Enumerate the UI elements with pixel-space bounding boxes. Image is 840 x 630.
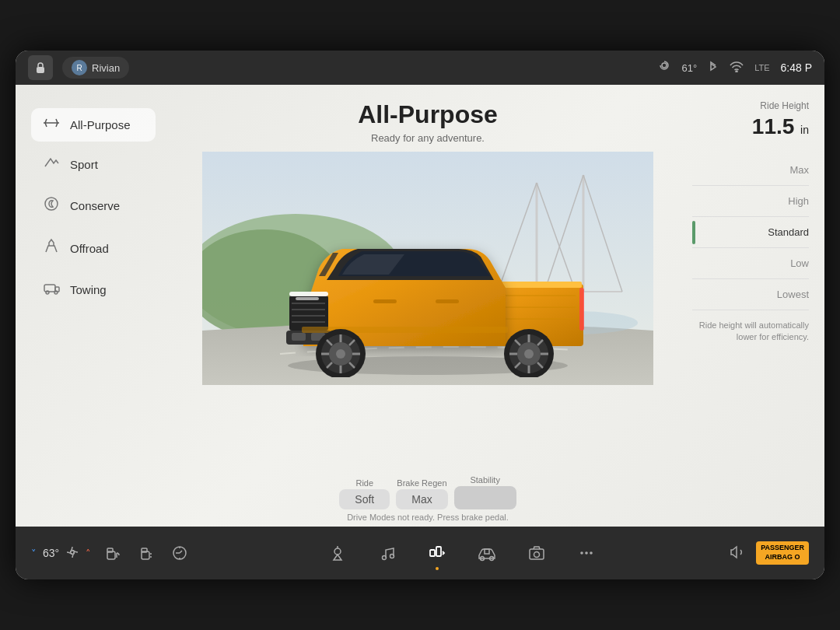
- stability-label: Stability: [470, 475, 500, 485]
- ride-height-note: Ride height will automatically lower for…: [692, 320, 809, 344]
- temp-up-icon[interactable]: ˄: [86, 548, 91, 559]
- nav-music[interactable]: [373, 539, 401, 567]
- svg-point-2: [736, 71, 737, 72]
- mode-title: All-Purpose: [358, 100, 498, 129]
- height-level-high[interactable]: High: [692, 186, 809, 217]
- temp-down-icon[interactable]: ˅: [31, 548, 37, 559]
- nav-right: PASSENGERAIRBAG O: [730, 541, 809, 564]
- sidebar-label-offroad: Offroad: [70, 242, 109, 255]
- svg-point-7: [46, 291, 49, 294]
- profile-name: Rivian: [92, 62, 120, 74]
- brake-regen-setting: Brake Regen Max: [396, 478, 447, 509]
- car-container: [202, 152, 653, 401]
- main-nav-icons: [194, 539, 730, 567]
- bluetooth-icon: [708, 61, 719, 75]
- ride-height-value: 11.5 in: [692, 114, 809, 139]
- mode-subtitle: Ready for any adventure.: [371, 132, 485, 144]
- car-scene: [202, 152, 653, 401]
- svg-point-81: [534, 552, 539, 558]
- svg-rect-37: [436, 299, 459, 303]
- svg-rect-76: [436, 547, 441, 556]
- svg-point-54: [524, 349, 534, 359]
- sidebar-item-all-purpose[interactable]: All-Purpose: [31, 108, 156, 142]
- sidebar-item-conserve[interactable]: Conserve: [31, 187, 156, 224]
- passenger-airbag-badge: PASSENGERAIRBAG O: [756, 541, 809, 564]
- nav-camera[interactable]: [523, 539, 551, 567]
- svg-point-74: [390, 555, 394, 558]
- avatar: R: [72, 60, 87, 75]
- nav-vehicle[interactable]: [473, 539, 501, 567]
- sidebar-label-towing: Towing: [70, 283, 107, 296]
- location-icon: [658, 61, 670, 75]
- volume-icon[interactable]: [730, 544, 745, 562]
- profile-button[interactable]: R Rivian: [62, 57, 129, 79]
- height-level-lowest[interactable]: Lowest: [692, 279, 809, 310]
- svg-rect-0: [37, 67, 44, 73]
- stability-setting: Stability: [454, 475, 516, 509]
- height-scale: Max High Standard Low Lowest: [692, 155, 809, 310]
- svg-rect-36: [373, 299, 397, 303]
- nav-more[interactable]: [572, 539, 600, 567]
- conserve-icon: [42, 195, 61, 216]
- seat-cool-icon[interactable]: [133, 539, 161, 567]
- sidebar-label-conserve: Conserve: [70, 199, 120, 212]
- fan-icon: [65, 545, 79, 562]
- sidebar: All-Purpose Sport Conse: [16, 85, 171, 527]
- ride-height-label: Ride Height: [692, 100, 809, 111]
- drive-settings: Ride Soft Brake Regen Max Stability: [339, 475, 516, 513]
- height-level-max[interactable]: Max: [692, 155, 809, 186]
- height-scale-indicator: [692, 221, 695, 244]
- svg-rect-26: [289, 296, 328, 331]
- svg-rect-38: [579, 288, 584, 331]
- svg-rect-31: [289, 292, 328, 296]
- sidebar-label-all-purpose: All-Purpose: [70, 118, 131, 131]
- stability-value[interactable]: [454, 486, 516, 509]
- status-bar-right: 61° LTE 6:48 P: [658, 61, 812, 75]
- svg-rect-68: [142, 548, 147, 552]
- all-purpose-icon: [42, 116, 61, 134]
- time-display: 6:48 P: [781, 61, 812, 74]
- svg-point-8: [54, 291, 58, 294]
- brake-regen-value[interactable]: Max: [396, 489, 447, 509]
- main-content: All-Purpose Sport Conse: [16, 85, 824, 527]
- truck-svg: [249, 206, 607, 377]
- status-bar-left: R Rivian: [28, 55, 129, 80]
- sidebar-item-offroad[interactable]: Offroad: [31, 230, 156, 267]
- ride-label: Ride: [355, 478, 373, 488]
- climate-controls-left: ˅ 63° ˄: [31, 545, 91, 562]
- svg-point-82: [580, 551, 583, 555]
- svg-rect-5: [44, 285, 55, 292]
- seat-heat-icon[interactable]: [99, 539, 127, 567]
- height-level-standard[interactable]: Standard: [692, 217, 809, 248]
- svg-rect-79: [485, 549, 489, 554]
- drive-mode-notice: Drive Modes not ready. Press brake pedal…: [347, 513, 509, 527]
- sport-icon: [42, 156, 61, 173]
- svg-point-1: [662, 63, 667, 68]
- bottom-nav: ˅ 63° ˄: [16, 527, 824, 579]
- sidebar-item-sport[interactable]: Sport: [31, 148, 156, 181]
- nav-drive-modes[interactable]: [423, 539, 451, 567]
- lte-label: LTE: [754, 63, 769, 72]
- sidebar-item-towing[interactable]: Towing: [31, 273, 156, 306]
- steering-heat-icon[interactable]: [166, 539, 194, 567]
- right-panel: Ride Height 11.5 in Max High Standard Lo…: [684, 85, 824, 527]
- lock-icon[interactable]: [28, 55, 53, 80]
- svg-point-83: [585, 551, 588, 555]
- ride-value[interactable]: Soft: [339, 489, 390, 509]
- ride-setting: Ride Soft: [339, 478, 390, 509]
- status-bar: R Rivian 61°: [16, 51, 824, 85]
- nav-location[interactable]: [324, 539, 352, 567]
- svg-rect-66: [107, 548, 113, 552]
- temperature-display: 61°: [681, 62, 697, 74]
- offroad-icon: [42, 238, 61, 259]
- wifi-icon: [730, 61, 744, 75]
- sidebar-label-sport: Sport: [70, 158, 98, 171]
- svg-rect-63: [296, 297, 319, 300]
- height-level-low[interactable]: Low: [692, 248, 809, 279]
- screen-bezel: R Rivian 61°: [16, 51, 824, 579]
- svg-rect-75: [430, 550, 435, 556]
- svg-point-73: [382, 556, 386, 560]
- svg-point-42: [336, 349, 345, 359]
- svg-rect-33: [292, 333, 306, 341]
- towing-icon: [42, 281, 61, 299]
